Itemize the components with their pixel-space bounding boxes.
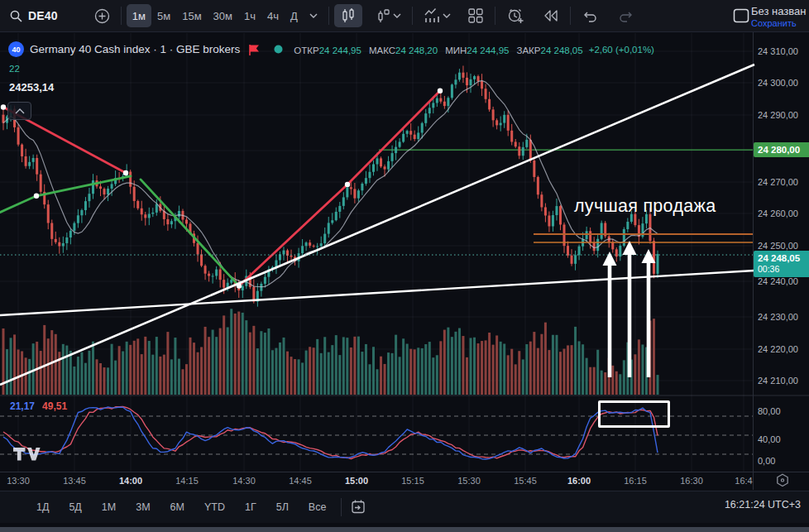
- market-status-dot-icon[interactable]: [274, 45, 283, 54]
- indicators-button[interactable]: [418, 4, 457, 27]
- volume-bar: [313, 347, 315, 395]
- go-to-date-button[interactable]: [350, 499, 366, 515]
- volume-bar: [290, 357, 293, 395]
- create-alert-button[interactable]: [500, 4, 530, 27]
- candle-countdown: 00:36: [758, 264, 809, 275]
- annotation-arrow-head: [603, 252, 617, 266]
- candle-body: [208, 274, 210, 276]
- range-button-3М[interactable]: 3М: [129, 498, 156, 516]
- volume-bar: [13, 334, 16, 395]
- volume-bar: [305, 351, 308, 395]
- chart-text-annotation[interactable]: лучшая продажа: [574, 196, 716, 217]
- redo-button[interactable]: [612, 4, 640, 27]
- legend-collapse-button[interactable]: [7, 102, 31, 120]
- clock-timezone[interactable]: 16:21:24 UTC+3: [725, 499, 801, 510]
- volume-bar: [578, 341, 581, 395]
- chart-style-button[interactable]: [334, 4, 362, 27]
- candle-body: [548, 215, 550, 226]
- candle-body: [156, 204, 158, 213]
- range-button-6М[interactable]: 6М: [164, 498, 191, 516]
- volume-bar: [264, 333, 266, 395]
- interval-button-Д[interactable]: Д: [285, 4, 304, 27]
- range-button-YTD[interactable]: YTD: [198, 498, 232, 516]
- candle-body: [151, 213, 154, 214]
- range-button-1М[interactable]: 1М: [95, 498, 122, 516]
- candle-settings-icon: [375, 7, 391, 24]
- volume-bar: [136, 338, 139, 395]
- candle-body: [80, 210, 83, 215]
- volume-bar: [582, 344, 584, 395]
- volume-bar: [346, 338, 348, 395]
- legend-title[interactable]: Germany 40 Cash index · 1 · GBE brokers: [30, 43, 240, 55]
- interval-button-15м[interactable]: 15м: [176, 4, 207, 27]
- price-tick: 40,00: [758, 434, 781, 444]
- interval-dropdown[interactable]: [304, 4, 323, 27]
- candle-body: [421, 123, 424, 133]
- range-button-1Д[interactable]: 1Д: [30, 498, 55, 516]
- volume-bar: [309, 347, 311, 395]
- volume-bar: [144, 337, 146, 395]
- candle-body: [148, 214, 151, 218]
- undo-button[interactable]: [576, 4, 604, 27]
- candle-body: [305, 242, 308, 246]
- layout-templates-button[interactable]: [462, 4, 490, 27]
- interval-button-1м[interactable]: 1м: [127, 4, 151, 27]
- interval-button-30м[interactable]: 30м: [208, 4, 238, 27]
- chart-canvas[interactable]: [0, 0, 809, 532]
- range-button-5Д[interactable]: 5Д: [62, 498, 88, 516]
- bar-replay-button[interactable]: [537, 4, 565, 27]
- candle-body: [574, 255, 577, 263]
- volume-bar: [399, 357, 401, 395]
- compare-add-button[interactable]: [89, 4, 116, 27]
- candle-body: [529, 140, 532, 161]
- range-button-Все[interactable]: Все: [302, 498, 333, 516]
- volume-bar: [197, 352, 199, 395]
- candle-body: [92, 180, 94, 194]
- indicator-value-price: 24253,14: [9, 81, 54, 93]
- zigzag-pivot-dot: [123, 170, 128, 175]
- stochastic-k-value: 21,17: [10, 400, 35, 412]
- volume-bar: [230, 309, 232, 395]
- candle-body: [619, 246, 621, 256]
- candle-pattern-button[interactable]: [369, 4, 407, 27]
- interval-button-5м[interactable]: 5м: [151, 4, 176, 27]
- candle-body: [451, 84, 453, 98]
- range-button-5Л[interactable]: 5Л: [270, 498, 295, 516]
- stochastic-k-line: [3, 407, 658, 459]
- symbol-name[interactable]: DE40: [28, 9, 58, 22]
- interval-button-4ч[interactable]: 4ч: [261, 4, 285, 27]
- range-button-1Г[interactable]: 1Г: [238, 498, 263, 516]
- candle-body: [212, 276, 214, 276]
- volume-bar: [638, 339, 640, 395]
- volume-bar: [227, 327, 229, 395]
- candle-body: [477, 76, 480, 81]
- interval-button-1ч[interactable]: 1ч: [238, 4, 261, 27]
- time-tick: 13:30: [7, 476, 30, 486]
- candle-body: [129, 171, 132, 186]
- candle-body: [391, 153, 394, 161]
- candle-body: [357, 190, 360, 198]
- candle-body: [462, 73, 464, 78]
- candle-body: [552, 215, 554, 226]
- layout-title[interactable]: Без назван: [751, 5, 806, 17]
- symbol-search-button[interactable]: DE40: [3, 4, 64, 27]
- timezone-settings-button[interactable]: [774, 472, 791, 489]
- highlight-rectangle[interactable]: [598, 400, 670, 428]
- price-tick: 24 220,00: [758, 344, 798, 354]
- flag-icon[interactable]: [249, 44, 260, 55]
- volume-bar: [166, 332, 169, 395]
- volume-bar: [623, 360, 625, 395]
- snapshot-button[interactable]: [733, 8, 749, 23]
- volume-bar: [249, 333, 251, 395]
- zigzag-segment-red: [239, 91, 440, 286]
- volume-bar: [368, 364, 371, 395]
- volume-bar: [395, 335, 397, 395]
- volume-bar: [328, 352, 330, 395]
- volume-bar: [544, 323, 547, 395]
- volume-bar: [84, 363, 87, 395]
- candle-body: [559, 206, 562, 224]
- price-tick: 24 210,00: [758, 376, 798, 386]
- time-tick: 16:4: [735, 476, 752, 486]
- save-layout-button[interactable]: Сохранить: [751, 18, 797, 28]
- alert-clock-icon: [506, 7, 524, 25]
